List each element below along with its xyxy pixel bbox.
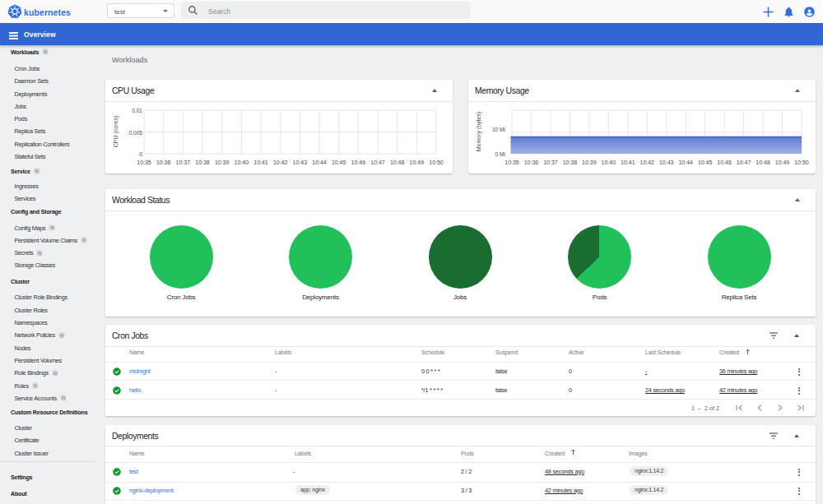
svg-text:Memory (bytes): Memory (bytes) bbox=[476, 112, 482, 152]
svg-text:10:36: 10:36 bbox=[156, 160, 171, 165]
svg-text:10:35: 10:35 bbox=[137, 160, 151, 165]
svg-text:10:50: 10:50 bbox=[794, 160, 809, 165]
svg-text:10:45: 10:45 bbox=[698, 160, 713, 165]
svg-text:10:45: 10:45 bbox=[332, 160, 346, 165]
svg-text:10:35: 10:35 bbox=[504, 160, 519, 165]
svg-text:10:47: 10:47 bbox=[370, 160, 385, 165]
svg-text:10 Mi: 10 Mi bbox=[492, 127, 506, 132]
svg-text:10:48: 10:48 bbox=[756, 160, 770, 165]
svg-text:10:43: 10:43 bbox=[659, 160, 674, 165]
svg-text:10:48: 10:48 bbox=[390, 160, 405, 165]
svg-text:10:44: 10:44 bbox=[678, 160, 693, 165]
svg-text:10:36: 10:36 bbox=[524, 160, 539, 165]
svg-text:0 Mi: 0 Mi bbox=[495, 151, 506, 157]
svg-text:0.005: 0.005 bbox=[128, 130, 142, 136]
svg-text:10:41: 10:41 bbox=[621, 160, 635, 165]
svg-text:10:39: 10:39 bbox=[582, 160, 597, 165]
svg-text:10:37: 10:37 bbox=[543, 160, 558, 165]
svg-text:0: 0 bbox=[139, 151, 142, 157]
svg-text:10:43: 10:43 bbox=[293, 160, 308, 165]
svg-text:10:44: 10:44 bbox=[312, 160, 327, 165]
svg-text:10:49: 10:49 bbox=[410, 160, 425, 165]
svg-text:10:46: 10:46 bbox=[351, 160, 366, 165]
svg-text:10:40: 10:40 bbox=[602, 160, 616, 165]
svg-text:10:42: 10:42 bbox=[640, 160, 655, 165]
svg-text:10:40: 10:40 bbox=[235, 160, 249, 165]
svg-text:10:42: 10:42 bbox=[273, 160, 288, 165]
svg-text:10:38: 10:38 bbox=[195, 160, 210, 165]
svg-text:CPU (cores): CPU (cores) bbox=[113, 116, 119, 148]
svg-text:10:37: 10:37 bbox=[176, 160, 191, 165]
svg-text:10:41: 10:41 bbox=[253, 160, 268, 165]
svg-text:0.01: 0.01 bbox=[132, 108, 142, 113]
svg-text:10:46: 10:46 bbox=[717, 160, 732, 165]
svg-text:10:47: 10:47 bbox=[737, 160, 751, 165]
svg-text:10:49: 10:49 bbox=[775, 160, 790, 165]
svg-text:10:38: 10:38 bbox=[563, 160, 578, 165]
svg-text:10:39: 10:39 bbox=[215, 160, 230, 165]
svg-text:10:50: 10:50 bbox=[429, 160, 444, 165]
